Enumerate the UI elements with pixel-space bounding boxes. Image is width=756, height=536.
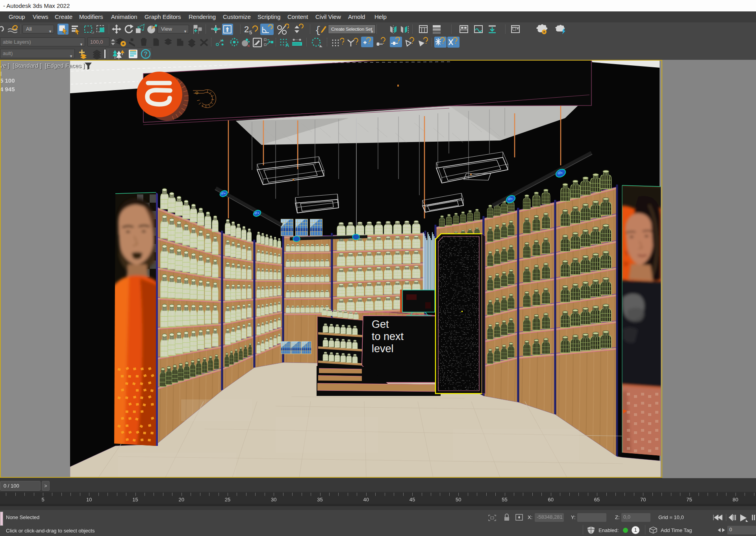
svg-text:Get: Get xyxy=(372,318,389,330)
svg-text:level: level xyxy=(372,343,394,355)
svg-text:4 945: 4 945 xyxy=(0,86,15,92)
svg-text:5 100: 5 100 xyxy=(0,77,15,84)
svg-text:?: ? xyxy=(144,51,148,57)
svg-text:to next: to next xyxy=(372,331,404,342)
svg-text:A: A xyxy=(285,42,289,48)
svg-text:ve ] [Standard ] [Edged Face: ve ] [Standard ] [Edged Faces ] xyxy=(0,62,85,69)
svg-text:2: 2 xyxy=(244,24,249,34)
svg-text:{: { xyxy=(315,25,321,35)
svg-text:5: 5 xyxy=(249,30,252,35)
